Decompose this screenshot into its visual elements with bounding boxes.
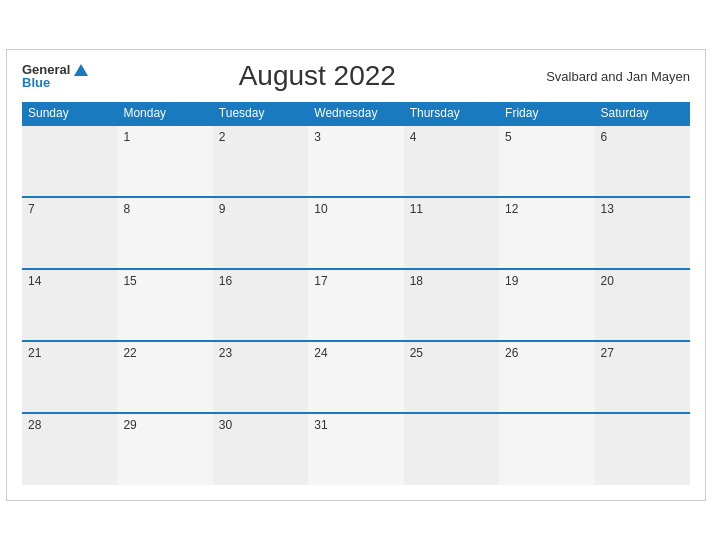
calendar-cell: 15 (117, 269, 212, 341)
calendar-cell: 27 (595, 341, 690, 413)
calendar-cell (22, 125, 117, 197)
day-number: 1 (123, 130, 130, 144)
calendar-cell: 17 (308, 269, 403, 341)
week-row-3: 21222324252627 (22, 341, 690, 413)
calendar-cell: 25 (404, 341, 499, 413)
logo-triangle-icon (74, 64, 88, 76)
calendar-container: General Blue August 2022 Svalbard and Ja… (6, 49, 706, 501)
day-number: 24 (314, 346, 327, 360)
day-number: 15 (123, 274, 136, 288)
day-number: 7 (28, 202, 35, 216)
day-number: 21 (28, 346, 41, 360)
calendar-cell: 26 (499, 341, 594, 413)
calendar-cell: 10 (308, 197, 403, 269)
calendar-cell: 7 (22, 197, 117, 269)
calendar-tbody: 1234567891011121314151617181920212223242… (22, 125, 690, 485)
week-row-0: 123456 (22, 125, 690, 197)
day-number: 20 (601, 274, 614, 288)
calendar-cell: 13 (595, 197, 690, 269)
week-row-2: 14151617181920 (22, 269, 690, 341)
calendar-cell: 1 (117, 125, 212, 197)
day-number: 13 (601, 202, 614, 216)
calendar-cell: 19 (499, 269, 594, 341)
calendar-cell: 18 (404, 269, 499, 341)
weekday-header-sunday: Sunday (22, 102, 117, 125)
day-number: 11 (410, 202, 423, 216)
day-number: 27 (601, 346, 614, 360)
calendar-cell: 22 (117, 341, 212, 413)
calendar-grid: SundayMondayTuesdayWednesdayThursdayFrid… (22, 102, 690, 485)
day-number: 29 (123, 418, 136, 432)
calendar-cell: 16 (213, 269, 308, 341)
weekday-header-saturday: Saturday (595, 102, 690, 125)
day-number: 3 (314, 130, 321, 144)
calendar-cell: 3 (308, 125, 403, 197)
calendar-cell: 6 (595, 125, 690, 197)
day-number: 14 (28, 274, 41, 288)
calendar-cell: 14 (22, 269, 117, 341)
day-number: 31 (314, 418, 327, 432)
day-number: 5 (505, 130, 512, 144)
weekday-header-wednesday: Wednesday (308, 102, 403, 125)
calendar-cell: 23 (213, 341, 308, 413)
day-number: 18 (410, 274, 423, 288)
calendar-region: Svalbard and Jan Mayen (546, 69, 690, 84)
day-number: 8 (123, 202, 130, 216)
calendar-cell: 29 (117, 413, 212, 485)
weekday-header-row: SundayMondayTuesdayWednesdayThursdayFrid… (22, 102, 690, 125)
calendar-cell: 8 (117, 197, 212, 269)
calendar-cell: 20 (595, 269, 690, 341)
calendar-cell (595, 413, 690, 485)
day-number: 26 (505, 346, 518, 360)
day-number: 6 (601, 130, 608, 144)
calendar-cell: 5 (499, 125, 594, 197)
logo-blue-text: Blue (22, 76, 88, 89)
day-number: 4 (410, 130, 417, 144)
day-number: 28 (28, 418, 41, 432)
calendar-cell: 21 (22, 341, 117, 413)
weekday-header-friday: Friday (499, 102, 594, 125)
weekday-header-monday: Monday (117, 102, 212, 125)
calendar-cell: 2 (213, 125, 308, 197)
calendar-thead: SundayMondayTuesdayWednesdayThursdayFrid… (22, 102, 690, 125)
calendar-cell: 9 (213, 197, 308, 269)
day-number: 25 (410, 346, 423, 360)
day-number: 9 (219, 202, 226, 216)
calendar-cell: 4 (404, 125, 499, 197)
calendar-title: August 2022 (88, 60, 546, 92)
calendar-cell: 12 (499, 197, 594, 269)
calendar-header: General Blue August 2022 Svalbard and Ja… (22, 60, 690, 92)
calendar-cell: 11 (404, 197, 499, 269)
day-number: 10 (314, 202, 327, 216)
day-number: 12 (505, 202, 518, 216)
weekday-header-tuesday: Tuesday (213, 102, 308, 125)
day-number: 30 (219, 418, 232, 432)
day-number: 16 (219, 274, 232, 288)
calendar-cell (499, 413, 594, 485)
day-number: 19 (505, 274, 518, 288)
day-number: 23 (219, 346, 232, 360)
calendar-cell: 31 (308, 413, 403, 485)
calendar-cell (404, 413, 499, 485)
day-number: 2 (219, 130, 226, 144)
week-row-4: 28293031 (22, 413, 690, 485)
day-number: 17 (314, 274, 327, 288)
day-number: 22 (123, 346, 136, 360)
calendar-cell: 30 (213, 413, 308, 485)
week-row-1: 78910111213 (22, 197, 690, 269)
calendar-cell: 24 (308, 341, 403, 413)
weekday-header-thursday: Thursday (404, 102, 499, 125)
calendar-cell: 28 (22, 413, 117, 485)
logo: General Blue (22, 63, 88, 89)
